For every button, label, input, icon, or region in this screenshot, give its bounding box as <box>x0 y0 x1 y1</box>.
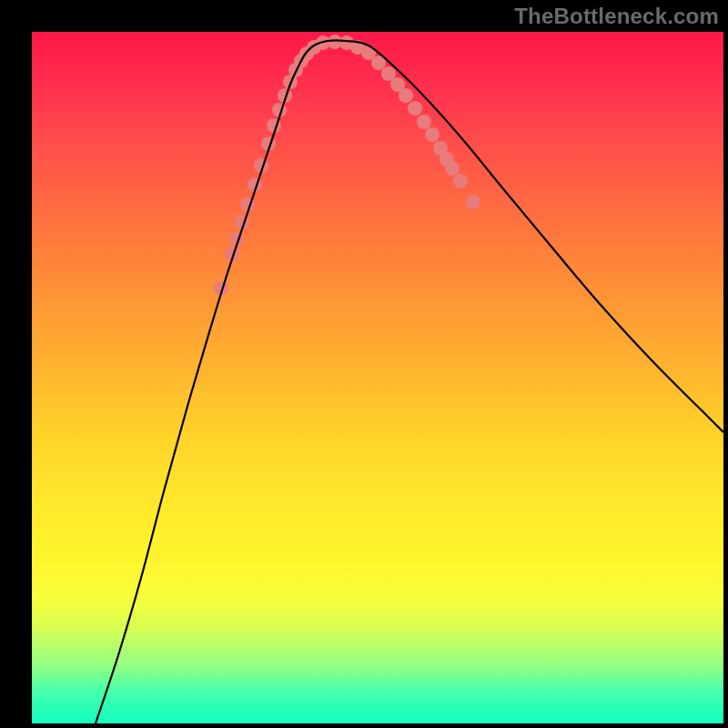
marker-dot <box>453 174 468 188</box>
marker-dot <box>417 115 431 129</box>
bottleneck-curve <box>96 40 723 723</box>
chart-frame: TheBottleneck.com <box>0 0 728 728</box>
plot-area <box>32 32 723 723</box>
marker-dot <box>408 101 422 116</box>
watermark-text: TheBottleneck.com <box>514 4 719 29</box>
chart-svg <box>32 32 723 723</box>
marker-dot <box>445 161 460 176</box>
marker-layer <box>214 35 480 296</box>
marker-dot <box>425 127 440 142</box>
marker-dot <box>399 88 413 103</box>
marker-dot <box>466 195 480 209</box>
